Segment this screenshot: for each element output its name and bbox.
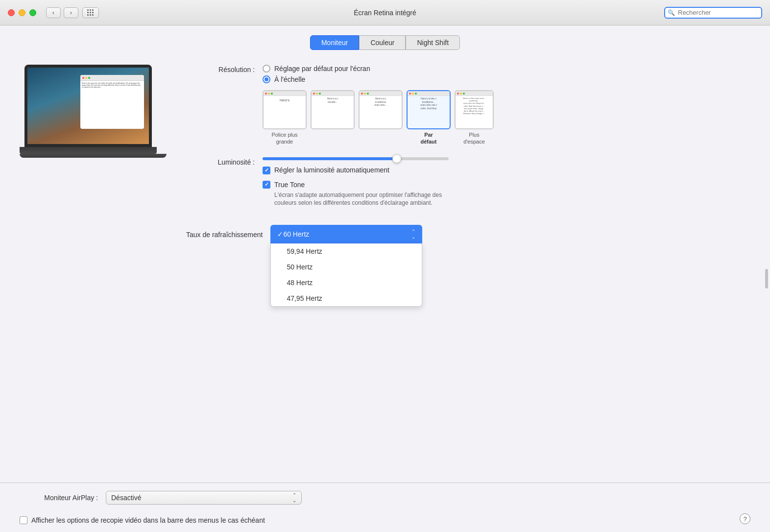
radio-option-scale[interactable]: À l'échelle — [263, 75, 750, 83]
thumb-2-wrapper: Here's to ttroublemaones who... — [359, 90, 403, 145]
laptop-image: Here's to the crazy ones, the misfits, t… — [20, 65, 157, 163]
screen-window: Here's to the crazy ones, the misfits, t… — [80, 75, 144, 129]
mirror-label: Afficher les options de recopie vidéo da… — [31, 516, 265, 524]
rt-dot-y-0 — [268, 93, 270, 95]
slider-thumb[interactable] — [392, 154, 401, 163]
sw-maximize-dot — [88, 77, 90, 79]
luminosity-row: Luminosité : ✓ Régle — [186, 157, 750, 214]
radio-default-label: Réglage par défaut pour l'écran — [274, 65, 370, 73]
dropdown-item-4795[interactable]: 47,95 Hertz — [271, 290, 422, 306]
dropdown-item-48[interactable]: 48 Hertz — [271, 275, 422, 290]
luminosity-slider[interactable] — [263, 157, 449, 160]
true-tone-wrapper: True Tone L'écran s'adapte automatiqueme… — [274, 180, 460, 208]
resolution-thumbnails: Here's Police plusgrande — [263, 90, 750, 145]
mirror-checkbox[interactable] — [20, 516, 27, 524]
main-content: Moniteur Couleur Night Shift — [0, 25, 770, 532]
airplay-select[interactable]: Désactivé ⌃⌄ — [106, 491, 302, 505]
auto-brightness-row: ✓ Régler la luminosité automatiquement — [263, 166, 750, 174]
search-box: 🔍 — [664, 7, 762, 19]
rt-dot-y-1 — [316, 93, 318, 95]
refresh-dropdown: ✓ 60 Hertz ⌃⌄ 59,94 Hertz 50 Hertz 48 He… — [270, 225, 750, 243]
thumb-0-wrapper: Here's Police plusgrande — [263, 90, 307, 145]
minimize-button[interactable] — [19, 9, 25, 16]
luminosity-label: Luminosité : — [186, 157, 255, 166]
back-button[interactable]: ‹ — [46, 7, 61, 18]
grid-icon — [87, 9, 94, 16]
radio-scale-circle — [263, 75, 270, 83]
auto-brightness-label: Régler la luminosité automatiquement — [274, 166, 389, 174]
tab-night-shift[interactable]: Night Shift — [406, 35, 460, 50]
dropdown-item-50[interactable]: 50 Hertz — [271, 259, 422, 275]
scroll-indicator[interactable] — [765, 269, 768, 289]
rt-dot-g-2 — [367, 93, 369, 95]
res-thumb-4[interactable]: Here's to the crazy ones...troublema...o… — [455, 90, 494, 129]
res-thumb-0[interactable]: Here's — [263, 90, 307, 129]
rt-dot-r-1 — [313, 93, 315, 95]
rt-dot-y-3 — [412, 93, 414, 95]
res-thumb-3-bar — [408, 91, 450, 96]
search-input[interactable] — [664, 7, 762, 19]
rt-dot-r-2 — [361, 93, 363, 95]
res-thumb-4-content: Here's to the crazy ones...troublema...o… — [456, 96, 493, 116]
rt-dot-g-3 — [415, 93, 417, 95]
true-tone-checkmark-icon: ✓ — [265, 181, 269, 188]
tab-couleur[interactable]: Couleur — [359, 35, 406, 50]
laptop-base — [20, 147, 157, 154]
mac-preview: Here's to the crazy ones, the misfits, t… — [20, 65, 167, 163]
checkmark-icon: ✓ — [265, 167, 269, 173]
refresh-rate-row: Taux de rafraîchissement ✓ 60 Hertz ⌃⌄ 5… — [186, 225, 750, 243]
res-thumb-4-bar — [456, 91, 493, 96]
thumb-3-wrapper: Here's to the ctroublema...ones who see … — [407, 90, 451, 145]
dropdown-selected[interactable]: ✓ 60 Hertz ⌃⌄ — [270, 225, 422, 243]
res-thumb-0-label: Police plusgrande — [263, 131, 307, 145]
dropdown-selected-label: 60 Hertz — [283, 230, 309, 238]
rt-dot-g-4 — [463, 93, 465, 95]
refresh-rate-control: ✓ 60 Hertz ⌃⌄ 59,94 Hertz 50 Hertz 48 He… — [270, 225, 750, 243]
dropdown-checkmark-icon: ✓ — [277, 230, 283, 238]
forward-button[interactable]: › — [64, 7, 78, 18]
dropdown-arrow-icon: ⌃⌄ — [411, 229, 415, 240]
dropdown-list: 59,94 Hertz 50 Hertz 48 Hertz 47,95 Hert… — [270, 243, 422, 307]
res-thumb-0-content: Here's — [264, 96, 306, 104]
res-thumb-1-content: Here's to ttrouble... — [312, 96, 354, 104]
res-thumb-0-bar — [264, 91, 306, 96]
true-tone-checkbox[interactable]: ✓ — [263, 181, 270, 189]
sw-minimize-dot — [85, 77, 87, 79]
laptop-screen: Here's to the crazy ones, the misfits, t… — [24, 65, 152, 147]
thumb-1-wrapper: Here's to ttrouble... — [311, 90, 355, 145]
screen-window-bar — [80, 75, 144, 81]
slider-container — [263, 157, 750, 160]
res-thumb-3-content: Here's to the ctroublema...ones who see … — [408, 96, 450, 111]
res-thumb-2-content: Here's to ttroublemaones who... — [360, 96, 402, 108]
res-thumb-2[interactable]: Here's to ttroublemaones who... — [359, 90, 403, 129]
mirror-checkbox-row: Afficher les options de recopie vidéo da… — [0, 512, 770, 532]
tab-moniteur[interactable]: Moniteur — [310, 35, 359, 50]
dropdown-item-5994[interactable]: 59,94 Hertz — [271, 243, 422, 259]
auto-brightness-checkbox[interactable]: ✓ — [263, 167, 270, 174]
res-thumb-3[interactable]: Here's to the ctroublema...ones who see … — [407, 90, 451, 129]
refresh-rate-label: Taux de rafraîchissement — [186, 230, 263, 239]
radio-option-default[interactable]: Réglage par défaut pour l'écran — [263, 65, 750, 73]
settings-panel: Résolution : Réglage par défaut pour l'é… — [186, 65, 750, 255]
res-thumb-1[interactable]: Here's to ttrouble... — [311, 90, 355, 129]
thumb-4-wrapper: Here's to the crazy ones...troublema...o… — [455, 90, 494, 145]
close-button[interactable] — [8, 9, 15, 16]
help-button[interactable]: ? — [740, 513, 750, 524]
rt-dot-y-4 — [460, 93, 462, 95]
maximize-button[interactable] — [29, 9, 36, 16]
screen-window-body: Here's to the crazy ones, the misfits, t… — [80, 81, 144, 90]
true-tone-row: ✓ True Tone L'écran s'adapte automatique… — [263, 180, 750, 208]
grid-button[interactable] — [82, 7, 99, 18]
traffic-lights — [8, 9, 36, 16]
rt-dot-g-0 — [271, 93, 273, 95]
luminosity-control: ✓ Régler la luminosité automatiquement ✓… — [263, 157, 750, 214]
titlebar: ‹ › Écran Retina intégré 🔍 — [0, 0, 770, 25]
true-tone-label: True Tone — [274, 181, 305, 189]
content-area: Here's to the crazy ones, the misfits, t… — [20, 65, 750, 255]
auto-brightness-wrapper: ✓ Régler la luminosité automatiquement ✓… — [263, 166, 750, 208]
sw-close-dot — [82, 77, 84, 79]
res-thumb-3-label: Pardéfaut — [407, 131, 451, 145]
window-body: Moniteur Couleur Night Shift — [0, 25, 770, 483]
rt-dot-r-0 — [265, 93, 267, 95]
res-thumb-4-label: Plusd'espace — [455, 131, 494, 145]
